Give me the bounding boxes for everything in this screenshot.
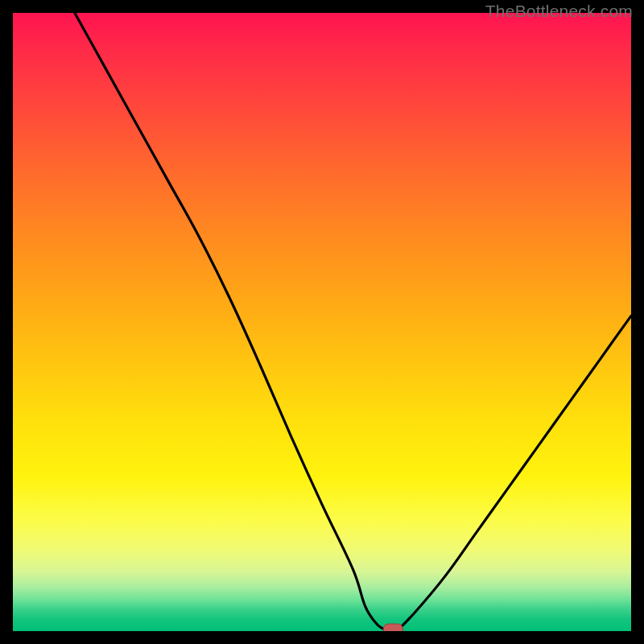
curve-layer <box>13 13 631 631</box>
bottleneck-curve <box>75 13 631 631</box>
plot-area <box>13 13 631 631</box>
chart-frame: TheBottleneck.com <box>0 0 644 644</box>
watermark-text: TheBottleneck.com <box>485 2 633 21</box>
minimum-marker <box>383 624 402 631</box>
